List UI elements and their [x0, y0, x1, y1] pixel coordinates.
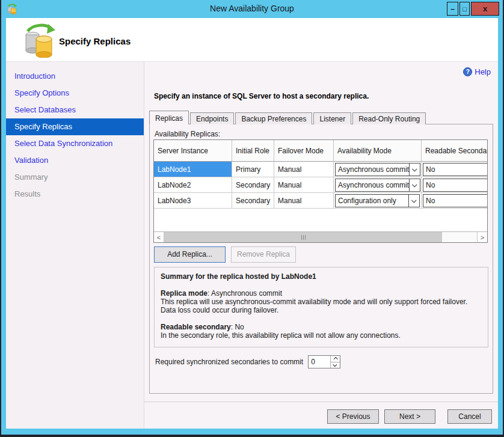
next-button[interactable]: Next >	[384, 409, 435, 424]
replica-databases-icon	[22, 23, 57, 58]
readable-secondary-description: In the secondary role, this availability…	[161, 331, 482, 340]
availability-replicas-grid: Server Instance Initial Role Failover Mo…	[153, 139, 488, 243]
readable-secondary-dropdown[interactable]: No	[423, 179, 488, 192]
sidebar-item-select-databases[interactable]: Select Databases	[6, 102, 144, 118]
replicas-tab-page: Availability Replicas: Server Instance I…	[149, 124, 493, 394]
col-header-initial-role[interactable]: Initial Role	[232, 140, 274, 162]
cancel-button[interactable]: Cancel	[447, 409, 492, 424]
cell-initial-role[interactable]: Secondary	[232, 193, 274, 209]
cell-readable-secondary: No	[422, 162, 488, 177]
sidebar-item-summary: Summary	[6, 169, 144, 186]
sidebar-item-data-synchronization[interactable]: Select Data Synchronization	[6, 135, 144, 152]
required-secondaries-spinner: 0	[308, 355, 340, 368]
availability-mode-dropdown[interactable]: Asynchronous commit	[335, 163, 420, 176]
sidebar-item-results: Results	[6, 186, 144, 203]
cell-server-instance[interactable]: LabNode1	[154, 162, 232, 177]
sidebar-item-specify-replicas[interactable]: Specify Replicas	[6, 118, 144, 135]
table-row: LabNode2 Secondary Manual Asynchronous c…	[154, 177, 488, 193]
cell-initial-role[interactable]: Primary	[232, 162, 274, 177]
window-title: New Availability Group	[1, 4, 503, 13]
availability-mode-dropdown[interactable]: Asynchronous commit	[335, 179, 420, 192]
page-title: Specify Replicas	[59, 36, 131, 46]
previous-button[interactable]: < Previous	[327, 409, 379, 424]
cell-readable-secondary: No	[422, 177, 488, 193]
horizontal-scrollbar[interactable]: < >	[154, 231, 487, 242]
tab-endpoints[interactable]: Endpoints	[190, 112, 234, 124]
tab-replicas[interactable]: Replicas	[149, 111, 189, 124]
minimize-button[interactable]: –	[447, 2, 458, 16]
scrollbar-grip-icon	[301, 235, 306, 240]
availability-mode-dropdown[interactable]: Configuration only	[335, 194, 420, 207]
add-replica-button[interactable]: Add Replica...	[154, 246, 226, 263]
sidebar-item-specify-options[interactable]: Specify Options	[6, 85, 144, 102]
cell-server-instance[interactable]: LabNode3	[154, 193, 232, 209]
col-header-availability-mode[interactable]: Availability Mode	[334, 140, 422, 162]
close-button[interactable]: x	[471, 2, 499, 16]
cell-availability-mode: Configuration only	[334, 193, 422, 209]
wizard-steps-sidebar: Introduction Specify Options Select Data…	[6, 62, 144, 429]
scrollbar-thumb[interactable]	[164, 232, 442, 242]
readable-secondary-dropdown[interactable]: No	[423, 163, 488, 176]
table-row: LabNode3 Secondary Manual Configuration …	[154, 193, 488, 209]
table-row: LabNode1 Primary Manual Asynchronous com…	[154, 162, 488, 177]
cell-failover-mode[interactable]: Manual	[274, 193, 334, 209]
dialog-body: Specify Replicas Introduction Specify Op…	[6, 18, 498, 429]
close-icon: x	[483, 4, 487, 13]
col-header-readable-secondary[interactable]: Readable Secondary	[422, 140, 488, 162]
chevron-down-icon[interactable]	[408, 195, 419, 207]
scroll-right-arrow-icon[interactable]: >	[477, 232, 487, 242]
col-header-failover-mode[interactable]: Failover Mode	[274, 140, 334, 162]
cell-failover-mode[interactable]: Manual	[274, 162, 334, 177]
maximize-icon: □	[463, 5, 467, 13]
sidebar-item-validation[interactable]: Validation	[6, 152, 144, 169]
col-header-server-instance[interactable]: Server Instance	[154, 140, 232, 162]
instruction-text: Specify an instance of SQL Server to hos…	[154, 92, 369, 100]
help-link[interactable]: ? Help	[463, 67, 491, 76]
main-panel: ? Help Specify an instance of SQL Server…	[144, 62, 498, 429]
maximize-button[interactable]: □	[459, 2, 470, 16]
dialog-window: New Availability Group – □ x Specify Rep…	[1, 0, 503, 435]
help-label: Help	[475, 67, 491, 76]
chevron-down-icon[interactable]	[409, 179, 420, 191]
required-secondaries-label: Required synchronized secondaries to com…	[155, 358, 303, 366]
scroll-left-arrow-icon[interactable]: <	[154, 232, 164, 242]
required-secondaries-row: Required synchronized secondaries to com…	[155, 355, 340, 368]
replica-mode-label: Replica mode	[161, 289, 207, 298]
cell-initial-role[interactable]: Secondary	[232, 177, 274, 193]
summary-title: Summary for the replica hosted by LabNod…	[161, 272, 482, 281]
tabstrip: Replicas Endpoints Backup Preferences Li…	[149, 111, 427, 124]
cell-availability-mode: Asynchronous commit	[334, 162, 422, 177]
cell-readable-secondary: No	[422, 193, 488, 209]
tab-backup-preferences[interactable]: Backup Preferences	[235, 112, 312, 124]
replica-mode-value: : Asynchronous commit	[207, 289, 282, 298]
tab-read-only-routing[interactable]: Read-Only Routing	[352, 112, 426, 124]
spinner-value[interactable]: 0	[309, 356, 330, 368]
minimize-icon: –	[450, 5, 455, 13]
footer-divider	[144, 402, 498, 402]
remove-replica-button: Remove Replica	[231, 246, 296, 263]
readable-secondary-label: Readable secondary	[161, 323, 231, 331]
spinner-down-button[interactable]	[331, 362, 340, 368]
replica-mode-description: This replica will use asynchronous-commi…	[161, 298, 482, 314]
tab-listener[interactable]: Listener	[313, 112, 351, 124]
cell-failover-mode[interactable]: Manual	[274, 177, 334, 193]
sidebar-item-introduction[interactable]: Introduction	[6, 68, 144, 85]
titlebar[interactable]: New Availability Group – □ x	[1, 0, 503, 18]
wizard-header: Specify Replicas	[6, 18, 498, 62]
cell-server-instance[interactable]: LabNode2	[154, 177, 232, 193]
chevron-down-icon[interactable]	[409, 163, 420, 176]
readable-secondary-dropdown[interactable]: No	[423, 194, 488, 207]
readable-secondary-value: : No	[231, 323, 244, 331]
cell-availability-mode: Asynchronous commit	[334, 177, 422, 193]
spinner-up-button[interactable]	[331, 356, 340, 362]
replica-summary-panel: Summary for the replica hosted by LabNod…	[154, 267, 488, 347]
help-icon: ?	[463, 67, 472, 76]
grid-header-row: Server Instance Initial Role Failover Mo…	[154, 140, 488, 162]
availability-replicas-label: Availability Replicas:	[155, 130, 220, 138]
